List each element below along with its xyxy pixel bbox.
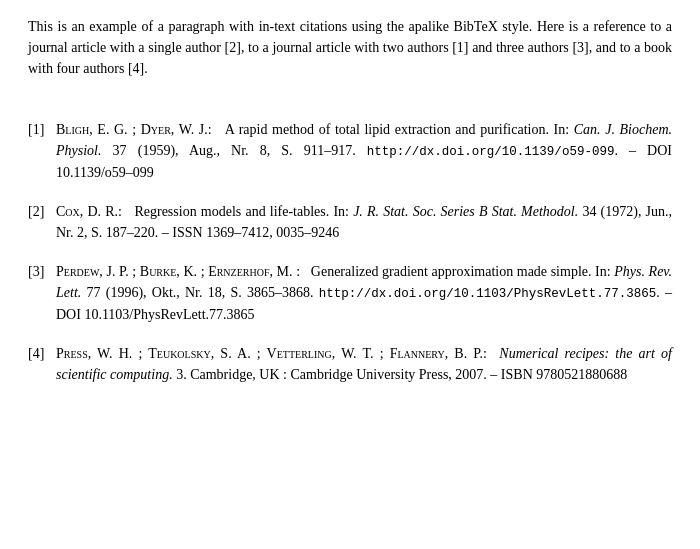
ref-number-2: [2] [28, 201, 56, 243]
reference-item-4: [4] Press, W. H. ; Teukolsky, S. A. ; Ve… [28, 343, 672, 385]
ref-number-4: [4] [28, 343, 56, 385]
references-list: [1] Bligh, E. G. ; Dyer, W. J.: A rapid … [28, 119, 672, 385]
reference-item-3: [3] Perdew, J. P. ; Burke, K. ; Ernzerho… [28, 261, 672, 325]
ref-journal-2: J. R. Stat. Soc. Series B Stat. Methodol… [353, 204, 578, 219]
ref-content-2: Cox, D. R.: Regression models and life-t… [56, 201, 672, 243]
ref-authors-4: Press, W. H. ; Teukolsky, S. A. ; Vetter… [56, 346, 487, 361]
ref-number-3: [3] [28, 261, 56, 325]
ref-content-4: Press, W. H. ; Teukolsky, S. A. ; Vetter… [56, 343, 672, 385]
ref-authors-2: Cox, D. R.: [56, 204, 122, 219]
ref-authors-1: Bligh, E. G. ; Dyer, W. J.: [56, 122, 212, 137]
reference-item-1: [1] Bligh, E. G. ; Dyer, W. J.: A rapid … [28, 119, 672, 183]
ref-url-1: http://dx.doi.org/10.1139/o59-099 [367, 145, 615, 159]
ref-content-1: Bligh, E. G. ; Dyer, W. J.: A rapid meth… [56, 119, 672, 183]
ref-url-3: http://dx.doi.org/10.1103/PhysRevLett.77… [319, 287, 657, 301]
intro-paragraph: This is an example of a paragraph with i… [28, 16, 672, 79]
ref-authors-3: Perdew, J. P. ; Burke, K. ; Ernzerhof, M… [56, 264, 300, 279]
ref-number-1: [1] [28, 119, 56, 183]
ref-content-3: Perdew, J. P. ; Burke, K. ; Ernzerhof, M… [56, 261, 672, 325]
reference-item-2: [2] Cox, D. R.: Regression models and li… [28, 201, 672, 243]
